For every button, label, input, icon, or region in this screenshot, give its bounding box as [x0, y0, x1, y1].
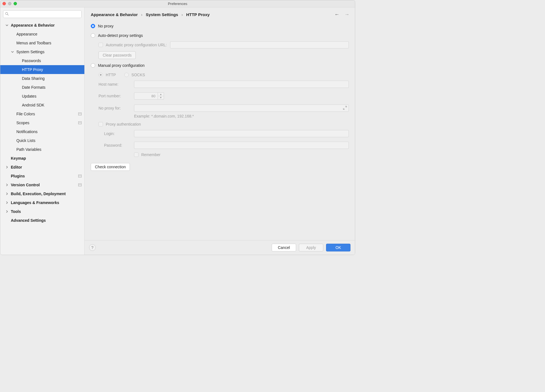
tree-item-label: Date Formats	[22, 85, 82, 89]
minimize-window-icon[interactable]	[8, 2, 11, 5]
tree-item[interactable]: Scopes	[0, 118, 84, 127]
tree-item[interactable]: Languages & Frameworks	[0, 198, 84, 207]
tree-item[interactable]: HTTP Proxy	[0, 65, 84, 74]
search-box[interactable]	[3, 10, 82, 18]
host-name-input[interactable]	[134, 81, 349, 88]
radio-label: Manual proxy configuration	[98, 63, 145, 68]
radio-icon	[124, 73, 129, 77]
login-input[interactable]	[134, 130, 349, 137]
apply-button[interactable]: Apply	[299, 244, 323, 251]
breadcrumb-part[interactable]: System Settings	[146, 12, 178, 17]
tree-item[interactable]: Path Variables	[0, 145, 84, 154]
no-proxy-for-label: No proxy for:	[99, 106, 134, 110]
close-window-icon[interactable]	[2, 2, 6, 5]
tree-item-label: Build, Execution, Deployment	[11, 192, 82, 196]
help-icon[interactable]: ?	[89, 244, 96, 251]
breadcrumb-part[interactable]: Appearance & Behavior	[91, 12, 138, 17]
tree-item[interactable]: System Settings	[0, 47, 84, 56]
chevron-right-icon: ›	[141, 12, 142, 17]
chevron-down-icon[interactable]	[11, 50, 14, 53]
radio-icon	[99, 73, 103, 77]
preferences-window: Preferences Appearance & BehaviorAppeara…	[0, 0, 355, 255]
tree-item[interactable]: Notifications	[0, 127, 84, 136]
window-controls	[2, 2, 17, 5]
search-icon	[5, 12, 9, 17]
tree-item-label: Tools	[11, 210, 82, 213]
stepper-down-icon[interactable]: ▼	[158, 96, 164, 100]
tree-item-label: Editor	[11, 165, 82, 169]
tree-item[interactable]: Passwords	[0, 56, 84, 65]
tree-item-label: Quick Lists	[16, 139, 82, 142]
tree-item-label: Notifications	[16, 130, 82, 134]
expand-icon[interactable]	[343, 106, 347, 111]
tree-item-label: Plugins	[11, 174, 78, 178]
tree-item-label: Languages & Frameworks	[11, 201, 82, 205]
clear-passwords-button[interactable]: Clear passwords	[99, 51, 136, 59]
port-number-stepper[interactable]: ▲ ▼	[134, 92, 164, 100]
tree-item[interactable]: Keymap	[0, 154, 84, 163]
radio-label: SOCKS	[132, 73, 145, 77]
port-number-label: Port number:	[99, 94, 134, 98]
tree-item-label: Path Variables	[16, 147, 82, 151]
socks-radio[interactable]: SOCKS	[124, 73, 145, 77]
chevron-right-icon[interactable]	[5, 201, 9, 204]
tree-item[interactable]: Plugins	[0, 172, 84, 180]
http-radio[interactable]: HTTP	[99, 73, 116, 77]
manual-proxy-radio[interactable]: Manual proxy configuration	[91, 63, 145, 68]
no-proxy-radio[interactable]: No proxy	[91, 24, 113, 28]
chevron-right-icon[interactable]	[5, 184, 9, 186]
dialog-footer: ? Cancel Apply OK	[85, 240, 355, 255]
chevron-down-icon[interactable]	[5, 24, 9, 27]
tree-item[interactable]: Menus and Toolbars	[0, 39, 84, 47]
cancel-button[interactable]: Cancel	[272, 244, 296, 251]
auto-url-input[interactable]	[170, 41, 349, 49]
stepper-up-icon[interactable]: ▲	[158, 93, 164, 96]
login-label: Login:	[104, 131, 134, 136]
tree-item[interactable]: Data Sharing	[0, 74, 84, 83]
radio-label: No proxy	[98, 24, 113, 28]
tree-item[interactable]: Build, Execution, Deployment	[0, 189, 84, 198]
svg-point-0	[6, 12, 8, 14]
project-scope-badge-icon	[78, 121, 82, 124]
tree-item[interactable]: Tools	[0, 207, 84, 216]
no-proxy-for-input[interactable]	[134, 105, 349, 112]
chevron-right-icon[interactable]	[5, 210, 9, 213]
breadcrumb-part[interactable]: HTTP Proxy	[186, 12, 210, 17]
port-number-input[interactable]	[134, 92, 158, 100]
tree-item[interactable]: Updates	[0, 92, 84, 101]
tree-item[interactable]: File Colors	[0, 110, 84, 118]
tree-item-label: Data Sharing	[22, 77, 82, 80]
chevron-right-icon[interactable]	[5, 166, 9, 169]
host-name-label: Host name:	[99, 82, 134, 86]
check-connection-button[interactable]: Check connection	[91, 163, 130, 171]
tree-item[interactable]: Advanced Settings	[0, 216, 84, 225]
zoom-window-icon[interactable]	[14, 2, 17, 5]
tree-item-label: Keymap	[11, 156, 82, 160]
tree-item[interactable]: Appearance & Behavior	[0, 21, 84, 30]
checkbox-label: Remember	[141, 152, 160, 157]
auto-url-checkbox[interactable]: Automatic proxy configuration URL:	[99, 43, 167, 47]
nav-back-icon[interactable]: ←	[334, 12, 339, 17]
tree-item[interactable]: Appearance	[0, 30, 84, 39]
radio-icon	[91, 24, 95, 28]
tree-item[interactable]: Editor	[0, 163, 84, 172]
tree-item-label: File Colors	[16, 112, 78, 116]
checkbox-icon	[99, 122, 103, 126]
password-input[interactable]	[134, 142, 349, 149]
tree-item[interactable]: Version Control	[0, 180, 84, 189]
auto-detect-radio[interactable]: Auto-detect proxy settings	[91, 33, 143, 38]
tree-item-label: Advanced Settings	[11, 218, 82, 222]
tree-item[interactable]: Android SDK	[0, 101, 84, 110]
ok-button[interactable]: OK	[326, 244, 350, 251]
chevron-right-icon[interactable]	[5, 192, 9, 195]
proxy-auth-checkbox[interactable]: Proxy authentication	[99, 122, 141, 126]
tree-item[interactable]: Date Formats	[0, 83, 84, 92]
checkbox-icon	[134, 152, 138, 157]
tree-item[interactable]: Quick Lists	[0, 136, 84, 145]
window-title: Preferences	[168, 2, 187, 6]
remember-checkbox[interactable]: Remember	[134, 152, 160, 157]
search-input[interactable]	[11, 12, 80, 16]
project-scope-badge-icon	[78, 113, 82, 115]
content-pane: Appearance & Behavior › System Settings …	[85, 7, 355, 255]
nav-forward-icon[interactable]: →	[344, 12, 349, 17]
